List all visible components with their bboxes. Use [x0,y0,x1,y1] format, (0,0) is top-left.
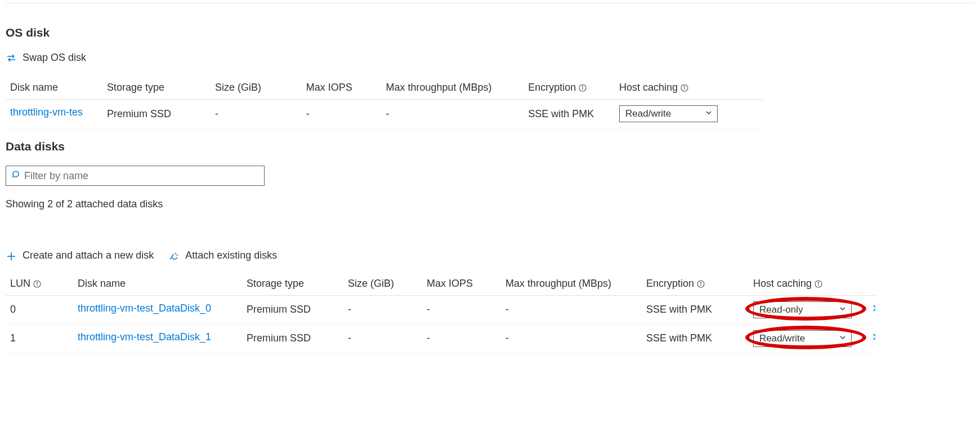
search-icon [12,170,21,182]
info-icon[interactable] [681,82,688,94]
delete-icon[interactable] [871,332,875,345]
svg-point-4 [684,86,685,87]
col-storage-type: Storage type [102,76,211,100]
data-disk-max-iops: - [422,295,501,324]
svg-point-13 [37,282,37,282]
svg-point-1 [583,86,583,87]
swap-os-disk-button[interactable]: Swap OS disk [6,52,86,64]
data-disks-status: Showing 2 of 2 attached data disks [6,198,974,210]
svg-point-16 [700,282,701,282]
chevron-down-icon [839,333,847,344]
data-disk-size: - [343,295,422,324]
info-icon[interactable] [579,82,587,94]
swap-os-disk-label: Swap OS disk [23,52,86,64]
data-disks-scroll-region[interactable]: LUN Disk name Storage type Size (GiB) Ma… [6,272,875,353]
os-disk-max-tp: - [381,100,523,128]
svg-line-10 [175,253,176,254]
filter-input-wrap[interactable] [6,166,265,186]
svg-line-7 [12,176,14,177]
os-disk-table: Disk name Storage type Size (GiB) Max IO… [6,76,763,128]
os-disk-size: - [211,100,302,128]
col-max-iops: Max IOPS [422,272,501,296]
os-disk-encryption: SSE with PMK [523,100,615,128]
swap-icon [6,52,17,64]
os-disk-host-caching-select[interactable]: Read/write [619,105,718,122]
attach-existing-label: Attach existing disks [185,250,277,261]
chevron-down-icon [705,108,713,119]
col-storage-type: Storage type [242,272,343,296]
col-size: Size (GiB) [343,272,422,296]
data-disk-storage-type: Premium SSD [242,295,343,324]
data-disk-name-link[interactable]: throttling-vm-test_DataDisk_0 [78,303,211,314]
data-disk-storage-type: Premium SSD [242,324,343,353]
os-disk-name-link[interactable]: throttling-vm-tes [10,106,83,118]
svg-line-11 [177,255,178,256]
plus-icon [6,250,17,261]
create-attach-new-disk-button[interactable]: Create and attach a new disk [6,250,154,261]
os-disk-storage-type: Premium SSD [102,100,211,128]
col-lun: LUN [6,272,73,296]
create-attach-label: Create and attach a new disk [23,250,154,261]
col-encryption: Encryption [523,76,615,100]
col-max-tp: Max throughput (MBps) [381,76,523,100]
os-disk-max-iops: - [302,100,382,128]
col-host-caching: Host caching [749,272,867,296]
data-disk-max-tp: - [501,295,642,324]
os-disk-title: OS disk [6,26,974,39]
data-disk-name-link[interactable]: throttling-vm-test_DataDisk_1 [78,331,211,343]
data-disk-max-iops: - [422,324,501,353]
svg-point-6 [13,171,19,177]
chevron-down-icon [839,304,847,315]
data-disk-1-host-caching-select[interactable]: Read/write [753,330,852,347]
data-disks-table: LUN Disk name Storage type Size (GiB) Ma… [6,272,875,353]
data-disk-0-host-caching-select[interactable]: Read-only [753,301,852,318]
plug-icon [168,250,180,261]
col-host-caching: Host caching [615,76,763,100]
top-divider [6,3,974,3]
data-disk-row: 1 throttling-vm-test_DataDisk_1 Premium … [6,324,875,353]
info-icon[interactable] [697,278,705,290]
data-disk-lun: 0 [6,295,73,324]
data-disk-lun: 1 [6,324,73,353]
col-disk-name: Disk name [73,272,242,296]
data-disk-encryption: SSE with PMK [642,324,749,353]
data-disk-max-tp: - [501,324,642,353]
col-encryption: Encryption [642,272,749,296]
col-max-iops: Max IOPS [302,76,382,100]
delete-icon[interactable] [871,303,875,316]
filter-input[interactable] [24,166,264,185]
data-disk-row: 0 throttling-vm-test_DataDisk_0 Premium … [6,295,875,324]
os-disk-row: throttling-vm-tes Premium SSD - - - SSE … [6,100,763,128]
col-max-tp: Max throughput (MBps) [501,272,642,296]
data-disks-title: Data disks [6,140,974,153]
data-disk-size: - [343,324,422,353]
info-icon[interactable] [33,278,41,290]
svg-point-19 [818,282,818,282]
attach-existing-disks-button[interactable]: Attach existing disks [168,250,277,261]
col-disk-name: Disk name [6,76,102,100]
col-size: Size (GiB) [211,76,302,100]
data-disk-encryption: SSE with PMK [642,295,749,324]
info-icon[interactable] [815,278,822,290]
